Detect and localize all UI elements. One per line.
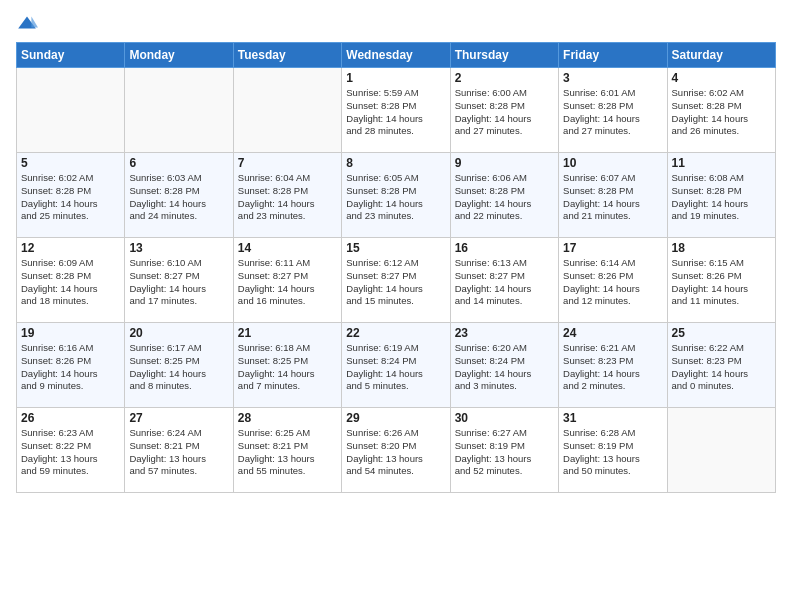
day-info: Sunrise: 6:10 AMSunset: 8:27 PMDaylight:… (129, 257, 228, 308)
day-number: 14 (238, 241, 337, 255)
day-cell: 30Sunrise: 6:27 AMSunset: 8:19 PMDayligh… (450, 408, 558, 493)
day-number: 28 (238, 411, 337, 425)
day-number: 6 (129, 156, 228, 170)
header-day: Monday (125, 43, 233, 68)
day-cell: 22Sunrise: 6:19 AMSunset: 8:24 PMDayligh… (342, 323, 450, 408)
day-cell: 11Sunrise: 6:08 AMSunset: 8:28 PMDayligh… (667, 153, 775, 238)
header-row: SundayMondayTuesdayWednesdayThursdayFrid… (17, 43, 776, 68)
day-info: Sunrise: 6:08 AMSunset: 8:28 PMDaylight:… (672, 172, 771, 223)
day-cell: 8Sunrise: 6:05 AMSunset: 8:28 PMDaylight… (342, 153, 450, 238)
day-number: 26 (21, 411, 120, 425)
day-number: 27 (129, 411, 228, 425)
day-number: 22 (346, 326, 445, 340)
day-info: Sunrise: 6:09 AMSunset: 8:28 PMDaylight:… (21, 257, 120, 308)
day-number: 10 (563, 156, 662, 170)
day-number: 1 (346, 71, 445, 85)
day-cell: 18Sunrise: 6:15 AMSunset: 8:26 PMDayligh… (667, 238, 775, 323)
day-number: 12 (21, 241, 120, 255)
day-number: 21 (238, 326, 337, 340)
day-number: 15 (346, 241, 445, 255)
day-info: Sunrise: 6:18 AMSunset: 8:25 PMDaylight:… (238, 342, 337, 393)
calendar: SundayMondayTuesdayWednesdayThursdayFrid… (16, 42, 776, 493)
day-cell: 16Sunrise: 6:13 AMSunset: 8:27 PMDayligh… (450, 238, 558, 323)
day-info: Sunrise: 6:01 AMSunset: 8:28 PMDaylight:… (563, 87, 662, 138)
day-cell (125, 68, 233, 153)
day-cell: 2Sunrise: 6:00 AMSunset: 8:28 PMDaylight… (450, 68, 558, 153)
header (16, 12, 776, 34)
day-cell: 26Sunrise: 6:23 AMSunset: 8:22 PMDayligh… (17, 408, 125, 493)
day-cell: 25Sunrise: 6:22 AMSunset: 8:23 PMDayligh… (667, 323, 775, 408)
day-cell (17, 68, 125, 153)
day-info: Sunrise: 6:04 AMSunset: 8:28 PMDaylight:… (238, 172, 337, 223)
page: SundayMondayTuesdayWednesdayThursdayFrid… (0, 0, 792, 612)
day-info: Sunrise: 6:02 AMSunset: 8:28 PMDaylight:… (21, 172, 120, 223)
day-cell: 20Sunrise: 6:17 AMSunset: 8:25 PMDayligh… (125, 323, 233, 408)
day-number: 3 (563, 71, 662, 85)
day-info: Sunrise: 6:21 AMSunset: 8:23 PMDaylight:… (563, 342, 662, 393)
day-cell: 4Sunrise: 6:02 AMSunset: 8:28 PMDaylight… (667, 68, 775, 153)
day-info: Sunrise: 6:00 AMSunset: 8:28 PMDaylight:… (455, 87, 554, 138)
day-cell: 19Sunrise: 6:16 AMSunset: 8:26 PMDayligh… (17, 323, 125, 408)
day-info: Sunrise: 6:26 AMSunset: 8:20 PMDaylight:… (346, 427, 445, 478)
day-info: Sunrise: 6:20 AMSunset: 8:24 PMDaylight:… (455, 342, 554, 393)
day-number: 30 (455, 411, 554, 425)
header-day: Sunday (17, 43, 125, 68)
day-info: Sunrise: 6:07 AMSunset: 8:28 PMDaylight:… (563, 172, 662, 223)
day-info: Sunrise: 5:59 AMSunset: 8:28 PMDaylight:… (346, 87, 445, 138)
logo (16, 12, 42, 34)
day-info: Sunrise: 6:22 AMSunset: 8:23 PMDaylight:… (672, 342, 771, 393)
day-cell: 15Sunrise: 6:12 AMSunset: 8:27 PMDayligh… (342, 238, 450, 323)
day-info: Sunrise: 6:06 AMSunset: 8:28 PMDaylight:… (455, 172, 554, 223)
week-row: 26Sunrise: 6:23 AMSunset: 8:22 PMDayligh… (17, 408, 776, 493)
day-cell: 13Sunrise: 6:10 AMSunset: 8:27 PMDayligh… (125, 238, 233, 323)
day-number: 2 (455, 71, 554, 85)
day-cell: 29Sunrise: 6:26 AMSunset: 8:20 PMDayligh… (342, 408, 450, 493)
day-number: 18 (672, 241, 771, 255)
day-cell: 10Sunrise: 6:07 AMSunset: 8:28 PMDayligh… (559, 153, 667, 238)
day-info: Sunrise: 6:28 AMSunset: 8:19 PMDaylight:… (563, 427, 662, 478)
header-day: Saturday (667, 43, 775, 68)
day-number: 4 (672, 71, 771, 85)
day-number: 31 (563, 411, 662, 425)
day-number: 5 (21, 156, 120, 170)
day-info: Sunrise: 6:02 AMSunset: 8:28 PMDaylight:… (672, 87, 771, 138)
day-info: Sunrise: 6:16 AMSunset: 8:26 PMDaylight:… (21, 342, 120, 393)
day-number: 19 (21, 326, 120, 340)
day-info: Sunrise: 6:19 AMSunset: 8:24 PMDaylight:… (346, 342, 445, 393)
day-info: Sunrise: 6:23 AMSunset: 8:22 PMDaylight:… (21, 427, 120, 478)
day-number: 25 (672, 326, 771, 340)
day-cell: 12Sunrise: 6:09 AMSunset: 8:28 PMDayligh… (17, 238, 125, 323)
day-info: Sunrise: 6:13 AMSunset: 8:27 PMDaylight:… (455, 257, 554, 308)
day-number: 29 (346, 411, 445, 425)
day-cell: 17Sunrise: 6:14 AMSunset: 8:26 PMDayligh… (559, 238, 667, 323)
day-info: Sunrise: 6:17 AMSunset: 8:25 PMDaylight:… (129, 342, 228, 393)
day-info: Sunrise: 6:12 AMSunset: 8:27 PMDaylight:… (346, 257, 445, 308)
day-info: Sunrise: 6:11 AMSunset: 8:27 PMDaylight:… (238, 257, 337, 308)
header-day: Tuesday (233, 43, 341, 68)
day-cell: 9Sunrise: 6:06 AMSunset: 8:28 PMDaylight… (450, 153, 558, 238)
day-number: 9 (455, 156, 554, 170)
day-number: 8 (346, 156, 445, 170)
logo-icon (16, 12, 38, 34)
week-row: 12Sunrise: 6:09 AMSunset: 8:28 PMDayligh… (17, 238, 776, 323)
day-info: Sunrise: 6:24 AMSunset: 8:21 PMDaylight:… (129, 427, 228, 478)
day-cell: 14Sunrise: 6:11 AMSunset: 8:27 PMDayligh… (233, 238, 341, 323)
day-number: 11 (672, 156, 771, 170)
day-cell (233, 68, 341, 153)
day-cell: 3Sunrise: 6:01 AMSunset: 8:28 PMDaylight… (559, 68, 667, 153)
day-cell: 7Sunrise: 6:04 AMSunset: 8:28 PMDaylight… (233, 153, 341, 238)
day-info: Sunrise: 6:05 AMSunset: 8:28 PMDaylight:… (346, 172, 445, 223)
header-day: Friday (559, 43, 667, 68)
day-cell: 24Sunrise: 6:21 AMSunset: 8:23 PMDayligh… (559, 323, 667, 408)
day-cell: 1Sunrise: 5:59 AMSunset: 8:28 PMDaylight… (342, 68, 450, 153)
day-info: Sunrise: 6:25 AMSunset: 8:21 PMDaylight:… (238, 427, 337, 478)
day-info: Sunrise: 6:27 AMSunset: 8:19 PMDaylight:… (455, 427, 554, 478)
day-number: 17 (563, 241, 662, 255)
week-row: 19Sunrise: 6:16 AMSunset: 8:26 PMDayligh… (17, 323, 776, 408)
day-cell: 28Sunrise: 6:25 AMSunset: 8:21 PMDayligh… (233, 408, 341, 493)
header-day: Thursday (450, 43, 558, 68)
day-cell: 27Sunrise: 6:24 AMSunset: 8:21 PMDayligh… (125, 408, 233, 493)
day-cell: 31Sunrise: 6:28 AMSunset: 8:19 PMDayligh… (559, 408, 667, 493)
week-row: 5Sunrise: 6:02 AMSunset: 8:28 PMDaylight… (17, 153, 776, 238)
day-number: 23 (455, 326, 554, 340)
